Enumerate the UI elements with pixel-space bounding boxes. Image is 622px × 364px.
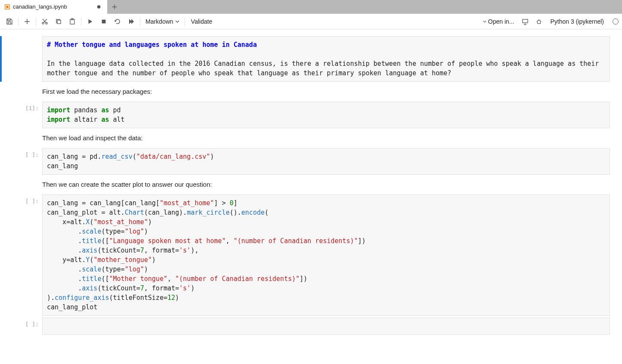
code-editor[interactable] — [42, 318, 610, 335]
code-cell[interactable]: [ ]: — [0, 318, 620, 335]
stop-button[interactable] — [98, 15, 110, 28]
markdown-cell[interactable]: Then we can create the scatter plot to a… — [0, 176, 620, 193]
cut-button[interactable] — [39, 15, 51, 28]
svg-rect-6 — [70, 19, 74, 24]
markdown-text: Then we load and inspect the data: — [42, 130, 610, 146]
insert-cell-button[interactable] — [21, 15, 33, 28]
notebook-icon — [4, 4, 10, 10]
markdown-cell-editing[interactable]: # Mother tongue and languages spoken at … — [0, 36, 620, 82]
copy-button[interactable] — [53, 15, 65, 28]
open-in-label: Open in... — [488, 18, 514, 25]
paste-button[interactable] — [66, 15, 78, 28]
cell-prompt — [8, 36, 42, 82]
code-cell[interactable]: [ ]: can_lang = pd.read_csv("data/can_la… — [0, 148, 620, 175]
caret-down-icon — [483, 20, 486, 23]
tab-title: canadian_langs.ipynb — [13, 3, 92, 10]
svg-rect-1 — [6, 6, 8, 8]
new-tab-button[interactable] — [108, 4, 121, 10]
validate-button[interactable]: Validate — [188, 18, 216, 25]
notebook-tab[interactable]: canadian_langs.ipynb ● — [0, 0, 108, 14]
debug-icon[interactable] — [533, 15, 545, 28]
save-button[interactable] — [3, 15, 15, 28]
restart-button[interactable] — [111, 15, 124, 28]
svg-rect-8 — [102, 19, 106, 23]
svg-rect-9 — [523, 19, 528, 23]
notebook: # Mother tongue and languages spoken at … — [0, 36, 620, 335]
cell-prompt: [1]: — [8, 102, 42, 128]
svg-rect-5 — [57, 20, 61, 24]
markdown-text: First we load the necessary packages: — [42, 83, 610, 100]
code-cell[interactable]: [ ]: can_lang = can_lang[can_lang["most_… — [0, 194, 620, 316]
run-button[interactable] — [84, 15, 96, 28]
kernel-name[interactable]: Python 3 (ipykernel) — [547, 18, 607, 25]
svg-point-2 — [42, 22, 44, 24]
cell-prompt: [ ]: — [8, 148, 42, 175]
cell-type-select[interactable]: Markdown — [143, 18, 182, 25]
markdown-cell[interactable]: Then we load and inspect the data: — [0, 130, 620, 146]
kernel-status-icon[interactable] — [613, 19, 619, 25]
notebook-scroll[interactable]: # Mother tongue and languages spoken at … — [0, 29, 622, 364]
chevron-down-icon — [175, 19, 179, 24]
presentation-icon[interactable] — [519, 15, 531, 28]
cell-prompt: [ ]: — [8, 194, 42, 316]
notebook-toolbar: Markdown Validate Open in... Python 3 (i… — [0, 14, 622, 29]
markdown-editor[interactable]: # Mother tongue and languages spoken at … — [42, 36, 610, 82]
open-in-button[interactable]: Open in... — [480, 18, 518, 25]
code-editor[interactable]: import pandas as pd import altair as alt — [42, 102, 610, 128]
code-cell[interactable]: [1]: import pandas as pd import altair a… — [0, 102, 620, 128]
markdown-text: Then we can create the scatter plot to a… — [42, 176, 610, 193]
svg-point-3 — [46, 22, 47, 24]
code-editor[interactable]: can_lang = can_lang[can_lang["most_at_ho… — [42, 194, 610, 316]
run-all-button[interactable] — [125, 15, 137, 28]
cell-prompt: [ ]: — [8, 318, 42, 335]
unsaved-indicator-icon: ● — [95, 2, 103, 11]
cell-type-label: Markdown — [145, 18, 173, 25]
markdown-cell[interactable]: First we load the necessary packages: — [0, 83, 620, 100]
code-editor[interactable]: can_lang = pd.read_csv("data/can_lang.cs… — [42, 148, 610, 175]
tab-bar: canadian_langs.ipynb ● — [0, 0, 622, 14]
